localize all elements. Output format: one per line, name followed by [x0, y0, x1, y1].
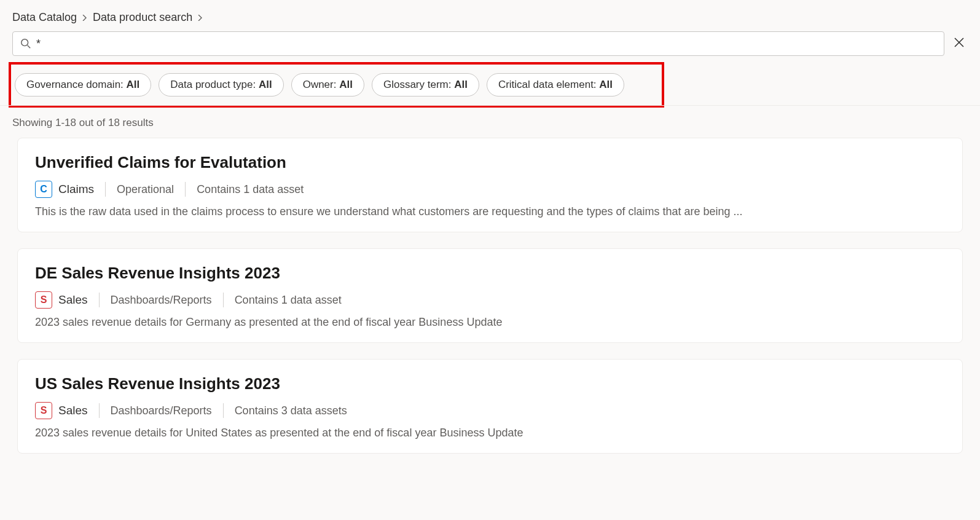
filter-label: Owner:	[303, 79, 340, 90]
domain-name: Sales	[58, 293, 88, 307]
breadcrumb: Data Catalog Data product search	[0, 0, 980, 31]
filter-label: Glossary term:	[383, 79, 454, 90]
result-assets: Contains 1 data asset	[235, 294, 342, 307]
result-card[interactable]: US Sales Revenue Insights 2023SSalesDash…	[17, 359, 963, 454]
close-icon	[954, 37, 965, 51]
separator	[223, 403, 224, 418]
filter-label: Data product type:	[170, 79, 259, 90]
result-description: 2023 sales revenue details for United St…	[35, 427, 945, 439]
result-title[interactable]: DE Sales Revenue Insights 2023	[35, 264, 945, 283]
filter-label: Governance domain:	[26, 79, 127, 90]
result-description: This is the raw data used in the claims …	[35, 205, 945, 218]
result-assets: Contains 3 data assets	[235, 404, 347, 417]
result-assets: Contains 1 data asset	[197, 183, 304, 196]
separator	[99, 403, 100, 418]
separator	[99, 293, 100, 307]
breadcrumb-item[interactable]: Data product search	[93, 11, 192, 24]
svg-line-1	[28, 45, 31, 49]
result-type: Operational	[117, 183, 174, 196]
results-list: Unverified Claims for EvalutationCClaims…	[0, 138, 980, 471]
results-count: Showing 1-18 out of 18 results	[0, 106, 980, 138]
result-description: 2023 sales revenue details for Germany a…	[35, 316, 945, 329]
separator	[223, 293, 224, 307]
filter-value: All	[339, 79, 353, 90]
domain-chip[interactable]: SSales	[35, 402, 88, 419]
result-title[interactable]: US Sales Revenue Insights 2023	[35, 374, 945, 393]
domain-chip[interactable]: CClaims	[35, 181, 94, 198]
domain-badge-icon: S	[35, 291, 52, 309]
domain-name: Claims	[58, 183, 94, 196]
filter-pill[interactable]: Glossary term: All	[372, 73, 479, 97]
domain-badge-icon: C	[35, 181, 52, 198]
filter-value: All	[259, 79, 272, 90]
breadcrumb-item[interactable]: Data Catalog	[12, 11, 77, 24]
separator	[105, 182, 106, 197]
domain-name: Sales	[58, 404, 88, 417]
result-meta: SSalesDashboards/ReportsContains 3 data …	[35, 402, 945, 419]
filter-pill[interactable]: Owner: All	[291, 73, 364, 97]
result-type: Dashboards/Reports	[111, 294, 212, 307]
domain-chip[interactable]: SSales	[35, 291, 88, 309]
filter-value: All	[454, 79, 468, 90]
filter-pill[interactable]: Data product type: All	[159, 73, 283, 97]
clear-search-button[interactable]	[951, 35, 968, 52]
search-input[interactable]	[36, 37, 936, 50]
search-box[interactable]	[12, 31, 944, 56]
domain-badge-icon: S	[35, 402, 52, 419]
separator	[185, 182, 186, 197]
filters-bar: Governance domain: AllData product type:…	[9, 62, 664, 108]
filter-pill[interactable]: Critical data element: All	[487, 73, 624, 97]
result-meta: SSalesDashboards/ReportsContains 1 data …	[35, 291, 945, 309]
result-card[interactable]: Unverified Claims for EvalutationCClaims…	[17, 138, 963, 232]
filter-value: All	[127, 79, 140, 90]
result-card[interactable]: DE Sales Revenue Insights 2023SSalesDash…	[17, 248, 963, 343]
filter-label: Critical data element:	[498, 79, 599, 90]
filter-value: All	[599, 79, 613, 90]
chevron-right-icon	[197, 13, 203, 23]
chevron-right-icon	[82, 13, 88, 23]
result-title[interactable]: Unverified Claims for Evalutation	[35, 153, 945, 172]
filter-pill[interactable]: Governance domain: All	[15, 73, 151, 97]
result-meta: CClaimsOperationalContains 1 data asset	[35, 181, 945, 198]
result-type: Dashboards/Reports	[111, 404, 212, 417]
search-icon	[20, 38, 31, 49]
svg-point-0	[22, 39, 28, 46]
